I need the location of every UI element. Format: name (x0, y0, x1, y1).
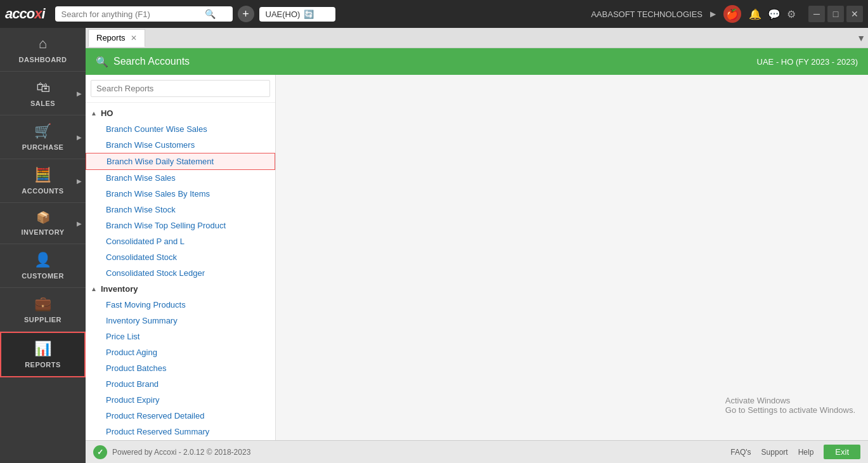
tree-item-product-expiry[interactable]: Product Expiry (86, 392, 275, 408)
search-icon[interactable]: 🔍 (205, 9, 216, 19)
add-button[interactable]: + (238, 6, 254, 22)
sidebar-label-dashboard: DASHBOARD (19, 56, 67, 63)
bell-icon[interactable]: 🔔 (749, 8, 761, 20)
tab-more-button[interactable]: ▼ (857, 33, 865, 43)
exit-button[interactable]: Exit (824, 445, 860, 459)
activate-windows-line2: Go to Settings to activate Windows. (725, 405, 855, 415)
tree-section-ho-header[interactable]: ▲ HO (86, 105, 275, 121)
tree-item-fast-moving-products[interactable]: Fast Moving Products (86, 297, 275, 313)
item-label: Branch Wise Stock (106, 205, 176, 214)
ho-collapse-icon: ▲ (91, 110, 97, 117)
powered-by: ✓ Powered by Accoxi - 2.0.12 © 2018-2023 (93, 445, 250, 459)
purchase-arrow-icon: ▶ (77, 134, 82, 141)
sidebar-item-reports[interactable]: 📊 REPORTS (0, 332, 86, 377)
tree-item-product-batches[interactable]: Product Batches (86, 360, 275, 376)
tab-dropdown-icon: ▼ (857, 33, 865, 43)
item-label: Consolidated Stock (106, 252, 177, 262)
powered-by-text: Powered by Accoxi - 2.0.12 © 2018-2023 (112, 448, 250, 457)
item-label: Price List (106, 332, 139, 341)
help-link[interactable]: Help (798, 448, 814, 457)
global-search-input[interactable] (62, 10, 201, 19)
item-label: Branch Counter Wise Sales (106, 124, 207, 134)
sidebar-label-reports: REPORTS (25, 361, 61, 368)
sidebar-label-purchase: PURCHASE (22, 143, 64, 151)
inventory-collapse-icon: ▲ (91, 285, 97, 292)
activate-windows-notice: Activate Windows Go to Settings to activ… (725, 396, 855, 415)
sidebar-item-purchase[interactable]: 🛒 PURCHASE ▶ (0, 115, 86, 159)
inventory-arrow-icon: ▶ (77, 220, 82, 227)
purchase-icon: 🛒 (34, 123, 51, 140)
tree-item-branch-wise-top-selling-product[interactable]: Branch Wise Top Selling Product (86, 218, 275, 233)
sidebar-item-accounts[interactable]: 🧮 ACCOUNTS ▶ (0, 159, 86, 203)
item-label: Branch Wise Sales By Items (106, 189, 210, 199)
reports-icon: 📊 (34, 341, 51, 357)
report-list-panel: ▲ HO Branch Counter Wise Sales Branch Wi… (86, 75, 276, 440)
sidebar-item-supplier[interactable]: 💼 SUPPLIER (0, 288, 86, 332)
tab-bar: Reports ✕ ▼ (86, 28, 868, 48)
item-label: Product Reserved Detailed (106, 411, 204, 421)
sidebar-item-inventory[interactable]: 📦 INVENTORY ▶ (0, 203, 86, 244)
tree-item-product-reserved-detailed[interactable]: Product Reserved Detailed (86, 408, 275, 424)
topbar-icons: 🔔 💬 ⚙ (749, 8, 796, 20)
tree-item-inventory-summary[interactable]: Inventory Summary (86, 313, 275, 329)
tree-item-product-reserved-summary[interactable]: Product Reserved Summary (86, 424, 275, 440)
report-tree: ▲ HO Branch Counter Wise Sales Branch Wi… (86, 103, 275, 440)
tab-reports[interactable]: Reports ✕ (88, 29, 145, 47)
sales-icon: 🛍 (36, 79, 50, 96)
tree-item-product-brand[interactable]: Product Brand (86, 376, 275, 392)
item-label: Product Brand (106, 379, 159, 389)
tab-reports-label: Reports (96, 33, 126, 42)
dashboard-icon: ⌂ (39, 36, 47, 52)
global-search-box[interactable]: 🔍 (55, 6, 233, 22)
item-label: Inventory Summary (106, 316, 178, 325)
sidebar-label-accounts: ACCOUNTS (22, 187, 63, 195)
avatar-icon: 🍎 (726, 8, 739, 20)
tab-reports-close[interactable]: ✕ (131, 34, 137, 42)
minimize-button[interactable]: ─ (808, 6, 825, 22)
maximize-button[interactable]: □ (827, 6, 844, 22)
tree-item-consolidated-stock[interactable]: Consolidated Stock (86, 249, 275, 265)
report-header-title: 🔍 Search Accounts (96, 56, 190, 68)
sidebar-item-customer[interactable]: 👤 CUSTOMER (0, 244, 86, 288)
settings-icon[interactable]: ⚙ (787, 8, 796, 20)
tree-item-branch-wise-sales[interactable]: Branch Wise Sales (86, 170, 275, 186)
search-reports-input[interactable] (91, 80, 270, 97)
sales-arrow-icon: ▶ (77, 90, 82, 97)
tree-item-price-list[interactable]: Price List (86, 329, 275, 344)
refresh-icon[interactable]: 🔄 (304, 10, 314, 19)
tree-item-branch-wise-sales-by-items[interactable]: Branch Wise Sales By Items (86, 186, 275, 202)
message-icon[interactable]: 💬 (768, 8, 781, 20)
tree-item-product-aging[interactable]: Product Aging (86, 344, 275, 360)
faq-link[interactable]: FAQ's (730, 448, 751, 457)
tree-item-consolidated-stock-ledger[interactable]: Consolidated Stock Ledger (86, 265, 275, 281)
tree-item-branch-wise-stock[interactable]: Branch Wise Stock (86, 202, 275, 218)
sidebar-label-customer: CUSTOMER (22, 272, 64, 280)
sidebar-item-sales[interactable]: 🛍 SALES ▶ (0, 72, 86, 115)
sidebar-label-supplier: SUPPLIER (24, 316, 62, 323)
close-button[interactable]: ✕ (846, 6, 863, 22)
tree-section-ho-label: HO (101, 108, 113, 118)
app-logo: accoxi (5, 6, 45, 22)
accounts-arrow-icon: ▶ (77, 178, 82, 185)
item-label: Consolidated P and L (106, 237, 185, 246)
item-label: Product Reserved Summary (106, 427, 209, 436)
tree-item-consolidated-p-and-l[interactable]: Consolidated P and L (86, 233, 275, 249)
branch-selector[interactable]: UAE(HO) 🔄 (259, 7, 335, 22)
tree-section-inventory-header[interactable]: ▲ Inventory (86, 281, 275, 297)
topbar-right: AABASOFT TECHNOLOGIES ▶ 🍎 🔔 💬 ⚙ ─ □ ✕ (591, 5, 863, 23)
tree-item-branch-wise-customers[interactable]: Branch Wise Customers (86, 137, 275, 153)
tree-item-branch-wise-daily-statement[interactable]: Branch Wise Daily Statement (86, 153, 275, 170)
branch-label: UAE(HO) (266, 10, 301, 19)
topbar: accoxi 🔍 + UAE(HO) 🔄 AABASOFT TECHNOLOGI… (0, 0, 868, 28)
sidebar-item-dashboard[interactable]: ⌂ DASHBOARD (0, 28, 86, 72)
search-icon-header: 🔍 (96, 56, 108, 68)
report-header-right: UAE - HO (FY 2023 - 2023) (757, 57, 858, 67)
support-link[interactable]: Support (761, 448, 788, 457)
item-label: Consolidated Stock Ledger (106, 268, 205, 278)
window-controls: ─ □ ✕ (808, 6, 863, 22)
main-content: Reports ✕ ▼ 🔍 Search Accounts UAE - HO (… (86, 28, 868, 463)
report-header: 🔍 Search Accounts UAE - HO (FY 2023 - 20… (86, 48, 868, 75)
accounts-icon: 🧮 (34, 167, 51, 183)
tree-item-branch-counter-wise-sales[interactable]: Branch Counter Wise Sales (86, 121, 275, 137)
avatar[interactable]: 🍎 (723, 5, 741, 23)
